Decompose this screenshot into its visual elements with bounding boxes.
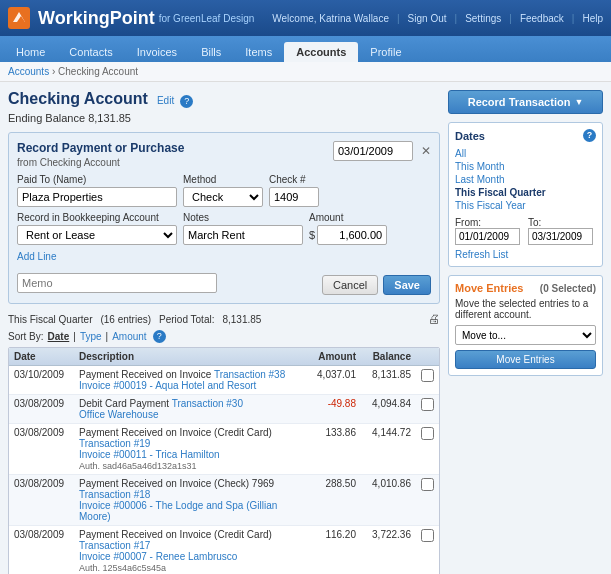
form-close-btn[interactable]: ✕ bbox=[421, 144, 431, 158]
filter-this-month[interactable]: This Month bbox=[455, 160, 596, 173]
invoice-link[interactable]: Invoice #00007 - Renee Lambrusco bbox=[79, 551, 237, 562]
feedback-link[interactable]: Feedback bbox=[520, 13, 564, 24]
desc-main: Payment Received on Invoice (Credit Card… bbox=[79, 529, 272, 540]
move-entries-button[interactable]: Move Entries bbox=[455, 350, 596, 369]
row-desc: Payment Received on Invoice Transaction … bbox=[74, 366, 306, 395]
desc-main: Debit Card Payment bbox=[79, 398, 172, 409]
notes-input[interactable] bbox=[183, 225, 303, 245]
method-select[interactable]: Check Cash Credit Card ACH bbox=[183, 187, 263, 207]
col-date: Date bbox=[9, 348, 74, 366]
dates-help-icon[interactable]: ? bbox=[583, 129, 596, 142]
help-icon[interactable]: ? bbox=[180, 95, 193, 108]
fiscal-entries: (16 entries) bbox=[100, 314, 151, 325]
row-balance: 4,094.84 bbox=[361, 395, 416, 424]
dropdown-arrow-icon: ▼ bbox=[574, 97, 583, 107]
row-checkbox[interactable] bbox=[421, 369, 434, 382]
nav-profile[interactable]: Profile bbox=[358, 42, 413, 62]
tx-link[interactable]: Transaction #17 bbox=[79, 540, 150, 551]
paid-to-label: Paid To (Name) bbox=[17, 174, 177, 185]
row-amount: -49.88 bbox=[306, 395, 361, 424]
nav-items[interactable]: Items bbox=[233, 42, 284, 62]
move-entries-panel: Move Entries (0 Selected) Move the selec… bbox=[448, 275, 603, 376]
account-select[interactable]: Rent or Lease bbox=[17, 225, 177, 245]
sort-amount[interactable]: Amount bbox=[112, 331, 146, 342]
add-line-link[interactable]: Add Line bbox=[17, 251, 56, 262]
row-desc: Payment Received on Invoice (Check) 7969… bbox=[74, 475, 306, 526]
printer-icon[interactable]: 🖨 bbox=[428, 312, 440, 326]
to-group: To: bbox=[528, 217, 593, 245]
table-row: 03/10/2009Payment Received on Invoice Tr… bbox=[9, 366, 439, 395]
nav-contacts[interactable]: Contacts bbox=[57, 42, 124, 62]
row-amount: 4,037.01 bbox=[306, 366, 361, 395]
tx-link[interactable]: Transaction #30 bbox=[172, 398, 243, 409]
move-count-badge: (0 Selected) bbox=[540, 283, 596, 294]
fiscal-period-value: 8,131.85 bbox=[222, 314, 261, 325]
settings-link[interactable]: Settings bbox=[465, 13, 501, 24]
refresh-list-link[interactable]: Refresh List bbox=[455, 249, 596, 260]
save-button[interactable]: Save bbox=[383, 275, 431, 295]
form-buttons: Cancel Save bbox=[322, 275, 431, 295]
nav-home[interactable]: Home bbox=[4, 42, 57, 62]
from-date-input[interactable] bbox=[455, 228, 520, 245]
fiscal-left: This Fiscal Quarter (16 entries) Period … bbox=[8, 314, 261, 325]
desc-main: Payment Received on Invoice bbox=[79, 369, 214, 380]
account-label: Record in Bookkeeping Account bbox=[17, 212, 177, 223]
nav-invoices[interactable]: Invoices bbox=[125, 42, 189, 62]
tx-link[interactable]: Transaction #19 bbox=[79, 438, 150, 449]
method-field: Method Check Cash Credit Card ACH bbox=[183, 174, 263, 207]
form-date-input[interactable] bbox=[333, 141, 413, 161]
row-checkbox[interactable] bbox=[421, 478, 434, 491]
row-checkbox-cell bbox=[416, 526, 439, 575]
record-transaction-button[interactable]: Record Transaction ▼ bbox=[448, 90, 603, 114]
invoice-link[interactable]: Office Warehouse bbox=[79, 409, 158, 420]
filter-all[interactable]: All bbox=[455, 147, 596, 160]
edit-link[interactable]: Edit bbox=[157, 95, 174, 106]
row-balance: 4,144.72 bbox=[361, 424, 416, 475]
amount-field: Amount $ bbox=[309, 212, 387, 245]
filter-this-fiscal-year[interactable]: This Fiscal Year bbox=[455, 199, 596, 212]
amount-input[interactable] bbox=[317, 225, 387, 245]
row-checkbox[interactable] bbox=[421, 427, 434, 440]
to-date-input[interactable] bbox=[528, 228, 593, 245]
row-checkbox[interactable] bbox=[421, 529, 434, 542]
record-payment-form: Record Payment or Purchase from Checking… bbox=[8, 132, 440, 304]
row-date: 03/10/2009 bbox=[9, 366, 74, 395]
col-desc: Description bbox=[74, 348, 306, 366]
memo-input[interactable] bbox=[17, 273, 217, 293]
sort-type[interactable]: Type bbox=[80, 331, 102, 342]
cancel-button[interactable]: Cancel bbox=[322, 275, 378, 295]
paid-to-input[interactable] bbox=[17, 187, 177, 207]
main-container: Checking Account Edit ? Ending Balance 8… bbox=[0, 82, 611, 574]
col-balance: Balance bbox=[361, 348, 416, 366]
filter-last-month[interactable]: Last Month bbox=[455, 173, 596, 186]
nav-accounts[interactable]: Accounts bbox=[284, 42, 358, 62]
invoice-link[interactable]: Invoice #00006 - The Lodge and Spa (Gill… bbox=[79, 500, 277, 522]
sort-date[interactable]: Date bbox=[48, 331, 70, 342]
record-btn-label: Record Transaction bbox=[468, 96, 571, 108]
row-date: 03/08/2009 bbox=[9, 526, 74, 575]
tx-link[interactable]: Transaction #38 bbox=[214, 369, 285, 380]
paid-to-field: Paid To (Name) bbox=[17, 174, 177, 207]
help-link[interactable]: Help bbox=[582, 13, 603, 24]
row-checkbox[interactable] bbox=[421, 398, 434, 411]
invoice-link[interactable]: Invoice #00011 - Trica Hamilton bbox=[79, 449, 220, 460]
invoice-link[interactable]: Invoice #00019 - Aqua Hotel and Resort bbox=[79, 380, 256, 391]
row-balance: 8,131.85 bbox=[361, 366, 416, 395]
nav-bills[interactable]: Bills bbox=[189, 42, 233, 62]
move-entries-title: Move Entries bbox=[455, 282, 523, 294]
table-head: Date Description Amount Balance bbox=[9, 348, 439, 366]
move-entries-header: Move Entries (0 Selected) bbox=[455, 282, 596, 294]
notes-field: Notes bbox=[183, 212, 303, 245]
signout-link[interactable]: Sign Out bbox=[408, 13, 447, 24]
right-panel: Record Transaction ▼ Dates ? All This Mo… bbox=[448, 90, 603, 574]
sort-help-icon[interactable]: ? bbox=[153, 330, 166, 343]
breadcrumb-parent[interactable]: Accounts bbox=[8, 66, 49, 77]
check-input[interactable] bbox=[269, 187, 319, 207]
filter-this-fiscal-quarter[interactable]: This Fiscal Quarter bbox=[455, 186, 596, 199]
move-entries-desc: Move the selected entries to a different… bbox=[455, 298, 596, 320]
logo-icon bbox=[8, 7, 30, 29]
tx-link[interactable]: Transaction #18 bbox=[79, 489, 150, 500]
move-to-select[interactable]: Move to... bbox=[455, 325, 596, 345]
row-auth: Auth. sad46a5a46d132a1s31 bbox=[79, 461, 197, 471]
breadcrumb-current: Checking Account bbox=[58, 66, 138, 77]
